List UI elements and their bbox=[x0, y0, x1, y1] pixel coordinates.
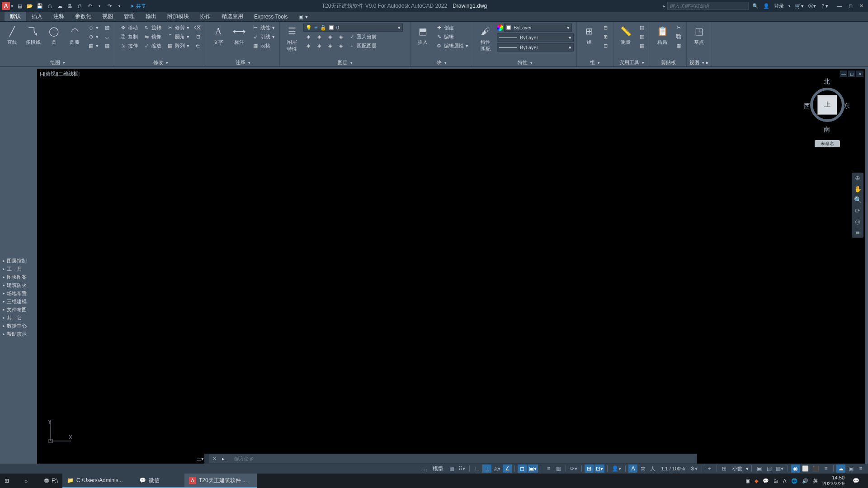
tab-addins[interactable]: 附加模块 bbox=[162, 12, 194, 21]
grp-2[interactable]: ⊞ bbox=[600, 33, 610, 41]
app-menu-arrow[interactable]: ▾ bbox=[11, 3, 14, 9]
vp-maximize[interactable]: ◻ bbox=[848, 70, 855, 77]
group-button[interactable]: ⊞组 bbox=[580, 23, 599, 46]
tree-blocks[interactable]: 图块图案 bbox=[1, 273, 36, 281]
status-units-icon[interactable]: ⊞ bbox=[720, 465, 729, 473]
print-icon[interactable]: ⎙ bbox=[75, 1, 84, 10]
orbit-icon[interactable]: ⟳ bbox=[855, 207, 860, 214]
redo-dd[interactable]: ▾ bbox=[115, 1, 124, 10]
draw-misc4[interactable]: ▨ bbox=[102, 23, 112, 32]
polyline-button[interactable]: ⺄多段线 bbox=[24, 23, 42, 46]
save-icon[interactable]: 💾 bbox=[35, 1, 44, 10]
tab-parametric[interactable]: 参数化 bbox=[70, 12, 97, 21]
util-3[interactable]: ▦ bbox=[637, 42, 647, 50]
cmd-close-icon[interactable]: ✕ bbox=[209, 456, 219, 462]
linetype-combo[interactable]: ByLayer▾ bbox=[497, 43, 574, 52]
leader-button[interactable]: ↙引线 ▾ bbox=[250, 33, 277, 41]
clip-2[interactable]: ⿻ bbox=[674, 33, 684, 41]
viewcube-top[interactable]: 上 bbox=[817, 95, 837, 115]
layer-s8[interactable]: ◈ bbox=[336, 42, 346, 50]
draw-misc6[interactable]: ▦ bbox=[102, 42, 112, 50]
app-icon[interactable]: A bbox=[2, 2, 10, 10]
edit-attr-button[interactable]: ⚙编辑属性 ▾ bbox=[434, 42, 470, 50]
status-osnap[interactable]: ◻ bbox=[518, 465, 527, 473]
tray-bat-icon[interactable]: 🗂 bbox=[774, 478, 778, 483]
tree-fire[interactable]: 建筑防火 bbox=[1, 281, 36, 289]
insert-button[interactable]: ⬒插入 bbox=[413, 23, 432, 46]
search-input[interactable]: 键入关键字或短语 bbox=[667, 2, 749, 10]
open-icon[interactable]: 📂 bbox=[25, 1, 34, 10]
status-cyc[interactable]: ⟳▾ bbox=[569, 465, 579, 473]
layer-s6[interactable]: ◈ bbox=[314, 42, 324, 50]
nav-more[interactable]: ≡ bbox=[856, 229, 859, 236]
zoom-icon[interactable]: 🔍 bbox=[854, 196, 862, 203]
tab-collab[interactable]: 协作 bbox=[194, 12, 216, 21]
layer-s1[interactable]: ◈ bbox=[303, 33, 313, 41]
wechat-task[interactable]: 💬微信 bbox=[135, 474, 184, 488]
status-iso[interactable]: ◬▾ bbox=[492, 465, 502, 473]
scale-button[interactable]: ⤢缩放 bbox=[142, 42, 163, 50]
mod-x2[interactable]: ⊡ bbox=[193, 33, 203, 41]
status-lwt[interactable]: ≡ bbox=[544, 465, 553, 473]
status-model[interactable]: 模型 bbox=[430, 465, 446, 473]
draw-misc5[interactable]: ◡ bbox=[102, 33, 112, 41]
tray-ime[interactable]: 英 bbox=[813, 478, 818, 484]
tab-express[interactable]: Express Tools bbox=[249, 12, 293, 21]
tab-default[interactable]: 默认 bbox=[5, 12, 26, 21]
viewport-label[interactable]: [-][俯视][二维线框] bbox=[40, 70, 80, 77]
viewcube[interactable]: 北 南 东 西 上 未命名 bbox=[802, 78, 852, 155]
tray-1[interactable]: ▣ bbox=[745, 478, 750, 484]
status-hw[interactable]: ◉ bbox=[791, 465, 800, 473]
drawing-viewport[interactable]: [-][俯视][二维线框] — ◻ ✕ YX 北 南 东 西 上 未命名 ⊕ ✋… bbox=[37, 69, 865, 468]
undo-dd[interactable]: ▾ bbox=[95, 1, 104, 10]
tray-2[interactable]: ◆ bbox=[755, 478, 758, 484]
status-ortho[interactable]: ∟ bbox=[472, 465, 481, 473]
user-icon[interactable]: 👤 bbox=[763, 3, 769, 9]
base-button[interactable]: ◳基点 bbox=[689, 23, 708, 46]
login-label[interactable]: 登录 bbox=[774, 3, 784, 9]
create-block-button[interactable]: ✚创建 bbox=[434, 23, 470, 32]
status-more[interactable]: … bbox=[420, 465, 429, 473]
close-button[interactable]: ✕ bbox=[856, 1, 866, 11]
layer-s7[interactable]: ◈ bbox=[325, 42, 335, 50]
status-2d[interactable]: ▣▾ bbox=[528, 465, 538, 473]
layerprops-button[interactable]: ☰图层 特性 bbox=[283, 23, 302, 52]
tray-wechat-icon[interactable]: 💬 bbox=[763, 478, 769, 484]
trim-button[interactable]: ✂修剪 ▾ bbox=[165, 23, 191, 32]
grp-1[interactable]: ⊟ bbox=[600, 23, 610, 32]
status-menu[interactable]: ≡ bbox=[856, 465, 865, 473]
move-button[interactable]: ✥移动 bbox=[118, 23, 140, 32]
status-ann1[interactable]: ⊞ bbox=[585, 465, 594, 473]
notif-button[interactable]: 💬 bbox=[848, 474, 868, 488]
draw-misc1[interactable]: ⬯▾ bbox=[86, 23, 100, 32]
util-2[interactable]: ▥ bbox=[637, 33, 647, 41]
web-icon[interactable]: ☁ bbox=[55, 1, 64, 10]
color-combo[interactable]: ByLayer▾ bbox=[504, 23, 572, 32]
tab-view[interactable]: 视图 bbox=[97, 12, 118, 21]
lineweight-combo[interactable]: ByLayer▾ bbox=[497, 33, 574, 42]
tab-insert[interactable]: 插入 bbox=[26, 12, 48, 21]
command-line[interactable]: ☰▾ ✕ ▸_ 键入命令 bbox=[204, 454, 697, 464]
search-icon[interactable]: 🔍 bbox=[752, 3, 759, 9]
match-layer-button[interactable]: ≡匹配图层 bbox=[347, 42, 378, 50]
draw-misc3[interactable]: ▦▾ bbox=[86, 42, 100, 50]
layer-s4[interactable]: ◈ bbox=[336, 33, 346, 41]
tree-help[interactable]: 帮助演示 bbox=[1, 330, 36, 338]
tab-annotate[interactable]: 注释 bbox=[48, 12, 70, 21]
match-props-button[interactable]: 🖌特性 匹配 bbox=[476, 23, 495, 52]
new-icon[interactable]: ▤ bbox=[15, 1, 24, 10]
grp-3[interactable]: ⊡ bbox=[600, 42, 610, 50]
pan-icon[interactable]: ✋ bbox=[854, 185, 862, 192]
status-gear-icon[interactable]: ⚙▾ bbox=[689, 465, 699, 473]
text-button[interactable]: A文字 bbox=[209, 23, 228, 46]
status-ann2[interactable]: ⊡▾ bbox=[594, 465, 604, 473]
tab-extra[interactable]: ▣ ▾ bbox=[293, 12, 313, 21]
status-ws2[interactable]: ⬛ bbox=[811, 465, 821, 473]
status-scale1[interactable]: A bbox=[628, 465, 637, 473]
share-button[interactable]: ➤ 共享 bbox=[130, 3, 146, 9]
fullnav-icon[interactable]: ⊕ bbox=[855, 174, 860, 182]
status-clean[interactable]: ☁ bbox=[836, 465, 845, 473]
viewcube-tag[interactable]: 未命名 bbox=[815, 140, 840, 147]
copy-button[interactable]: ⿻复制 bbox=[118, 33, 140, 41]
draw-misc2[interactable]: ⊙▾ bbox=[86, 33, 100, 41]
